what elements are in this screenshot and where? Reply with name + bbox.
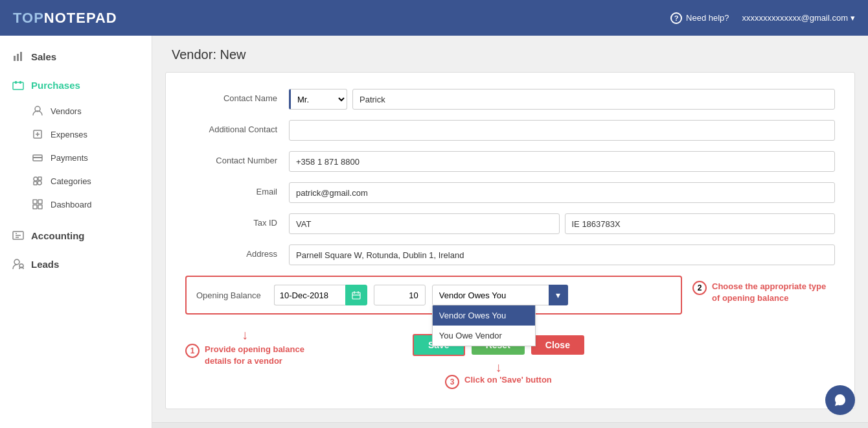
chat-bubble-button[interactable] (825, 385, 855, 415)
logo-notepad: Notepad (44, 10, 117, 26)
additional-contact-input[interactable] (289, 120, 835, 141)
svg-rect-9 (33, 157, 42, 158)
need-help[interactable]: ? Need help? (670, 12, 729, 24)
header-right: ? Need help? xxxxxxxxxxxxxx@gmail.com ▾ (670, 12, 855, 24)
annotation-1-text: Provide opening balancedetails for a ven… (205, 344, 304, 367)
first-name-input[interactable] (352, 89, 835, 110)
page-title: Vendor: New (152, 36, 868, 72)
contact-number-input[interactable] (289, 151, 835, 172)
tax-type-input[interactable] (289, 213, 560, 234)
address-input[interactable] (289, 244, 835, 265)
svg-rect-2 (20, 52, 22, 61)
sidebar-item-payments[interactable]: Payments (31, 146, 152, 169)
opening-balance-label: Opening Balance (196, 291, 261, 300)
vendors-icon (31, 104, 44, 117)
annotation-2-circle: 2 (692, 281, 707, 295)
contact-name-row: Contact Name Mr. Mrs. Ms. Dr. (185, 89, 835, 110)
need-help-label: Need help? (686, 13, 729, 23)
calendar-button[interactable] (345, 285, 367, 305)
sidebar-item-dashboard[interactable]: Dashboard (31, 193, 152, 216)
sidebar-item-categories[interactable]: Categories (31, 169, 152, 193)
svg-rect-17 (38, 205, 42, 209)
contact-number-row: Contact Number (185, 151, 835, 172)
ob-option-you-owe-vendor[interactable]: You Owe Vendor (433, 326, 535, 346)
app-logo: TopNotepad (13, 10, 117, 27)
accounting-icon (12, 229, 25, 242)
dashboard-icon (31, 198, 44, 211)
svg-rect-5 (19, 81, 21, 84)
purchases-label: Purchases (31, 80, 80, 91)
email-input[interactable] (289, 182, 835, 203)
sidebar-item-expenses[interactable]: Expenses (31, 123, 152, 146)
svg-rect-3 (13, 82, 23, 89)
contact-name-label: Contact Name (185, 89, 289, 103)
annotation-1-circle: 1 (185, 344, 200, 358)
svg-point-10 (34, 177, 38, 181)
svg-rect-16 (33, 205, 37, 209)
logo-top: Top (13, 10, 44, 26)
payments-icon (31, 151, 44, 164)
dropdown-arrow-icon: ▾ (851, 13, 855, 23)
svg-rect-21 (352, 292, 360, 299)
close-button[interactable]: Close (531, 335, 584, 355)
additional-contact-label: Additional Contact (185, 120, 289, 134)
footer: 2017 - 2018 © TopNotepad.com (152, 422, 868, 428)
vendor-form: Contact Name Mr. Mrs. Ms. Dr. Additional… (165, 72, 855, 409)
svg-point-19 (14, 259, 19, 265)
main-content: Vendor: New Contact Name Mr. Mrs. Ms. Dr… (152, 36, 868, 428)
email-row: Email (185, 182, 835, 203)
ob-option-vendor-owes-you[interactable]: Vendor Owes You (433, 305, 535, 326)
ob-type-input[interactable] (432, 285, 568, 305)
sidebar-item-leads[interactable]: Leads (0, 250, 152, 278)
opening-balance-section: Opening Balance (185, 276, 682, 315)
help-icon: ? (670, 12, 682, 24)
purchases-subitems: Vendors Expenses Payment (0, 99, 152, 216)
accounting-label: Accounting (31, 230, 85, 241)
email-text: xxxxxxxxxxxxxx@gmail.com (742, 13, 848, 23)
tax-number-input[interactable] (565, 213, 836, 234)
svg-rect-12 (38, 177, 41, 180)
svg-rect-1 (17, 54, 19, 61)
annotation-3-circle: 3 (445, 375, 459, 389)
title-select[interactable]: Mr. Mrs. Ms. Dr. (289, 89, 347, 110)
address-label: Address (185, 244, 289, 259)
sidebar: Sales Purchases (0, 36, 152, 428)
categories-label: Categories (51, 176, 91, 186)
address-row: Address (185, 244, 835, 265)
user-email[interactable]: xxxxxxxxxxxxxx@gmail.com ▾ (742, 13, 855, 23)
sidebar-item-purchases[interactable]: Purchases (0, 71, 152, 99)
purchases-icon (12, 78, 25, 91)
dashboard-label: Dashboard (51, 200, 92, 209)
ob-date-input[interactable] (274, 285, 345, 305)
down-arrow-3: ↓ (495, 360, 501, 375)
app-layout: Sales Purchases (0, 36, 868, 428)
categories-icon (31, 174, 44, 187)
contact-name-fields: Mr. Mrs. Ms. Dr. (289, 89, 835, 110)
email-label: Email (185, 182, 289, 196)
annotation-3-wrapper: ↓ 3 Click on 'Save' button (445, 360, 552, 389)
payments-label: Payments (51, 153, 88, 163)
annotation-1-wrapper: ↓ 1 Provide opening balancedetails for a… (185, 327, 304, 367)
svg-point-11 (38, 181, 41, 185)
svg-rect-0 (14, 56, 16, 61)
additional-contact-row: Additional Contact (185, 120, 835, 141)
svg-rect-13 (34, 182, 37, 185)
annotation-3: 3 Click on 'Save' button (445, 375, 552, 389)
sales-icon (12, 50, 25, 63)
leads-label: Leads (31, 259, 59, 270)
expenses-label: Expenses (51, 130, 87, 139)
ob-date-wrapper (274, 285, 367, 305)
sidebar-item-sales[interactable]: Sales (0, 42, 152, 71)
sidebar-item-vendors[interactable]: Vendors (31, 99, 152, 123)
sidebar-item-accounting[interactable]: Accounting (0, 221, 152, 250)
expenses-icon (31, 128, 44, 141)
annotation-2-text: Choose the appropriate typeof opening ba… (712, 281, 826, 304)
vendors-label: Vendors (51, 106, 82, 116)
ob-type-dropdown-wrapper: ▾ Vendor Owes You You Owe Vendor (432, 285, 568, 305)
contact-number-label: Contact Number (185, 151, 289, 165)
sales-label: Sales (31, 51, 56, 62)
annotation-2: 2 Choose the appropriate typeof opening … (692, 276, 835, 304)
ob-amount-input[interactable] (374, 285, 426, 305)
svg-rect-4 (15, 81, 17, 84)
tax-id-row: Tax ID (185, 213, 835, 234)
